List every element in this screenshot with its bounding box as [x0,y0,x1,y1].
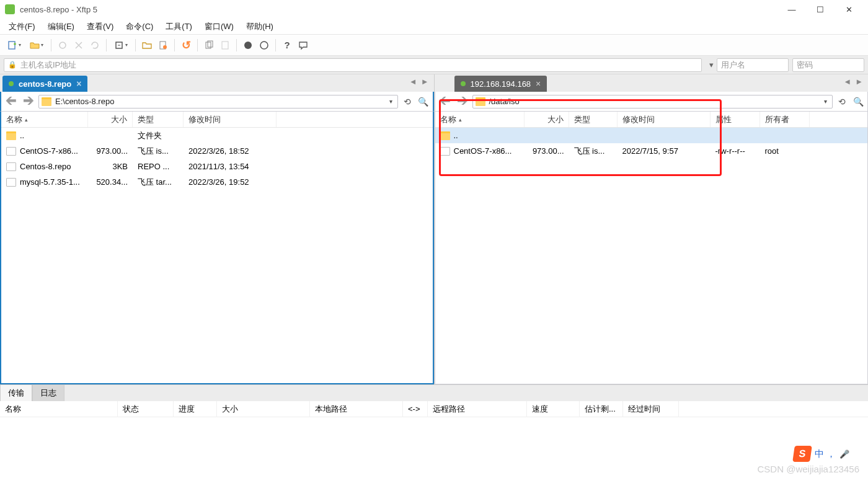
transfer-button[interactable] [110,38,131,53]
search-button[interactable]: 🔍 [417,95,430,108]
file-type: 飞压 is... [133,146,184,157]
username-input[interactable]: 用户名 [717,58,789,72]
new-folder-button[interactable] [140,38,154,53]
connect-button[interactable] [55,38,70,53]
maximize-button[interactable]: ☐ [806,0,835,19]
local-file-list[interactable]: 名称▴ 大小 类型 修改时间 ..文件夹CentOS-7-x86...973.0… [0,112,434,384]
path-dropdown-icon[interactable]: ▾ [822,98,830,105]
menu-file[interactable]: 文件(F) [2,19,42,34]
back-button[interactable]: 🡰 [4,94,19,109]
col-size[interactable]: 大小 [88,112,133,127]
tab-next-icon[interactable]: ► [855,77,863,86]
sync-view-button[interactable]: ⟲ [835,95,849,108]
menu-view[interactable]: 查看(V) [81,19,120,34]
local-path-input[interactable]: E:\centos-8.repo ▾ [38,95,398,108]
file-row[interactable]: CentOS-7-x86...973.00...飞压 is...2022/7/1… [435,143,868,159]
file-mtime: 2021/11/3, 13:54 [184,162,277,171]
back-button[interactable]: 🡰 [438,94,453,109]
menu-window[interactable]: 窗口(W) [198,19,240,34]
col-owner[interactable]: 所有者 [760,112,810,127]
file-row[interactable]: ..文件夹 [1,128,433,143]
path-dropdown-icon[interactable]: ▾ [387,98,395,105]
help-button[interactable]: ? [280,38,294,53]
sort-asc-icon: ▴ [25,117,28,123]
remote-tabbar: 192.168.194.168 × ◄► [435,74,869,92]
tab-close-icon[interactable]: × [76,79,81,89]
sync-button[interactable]: ↺ [179,38,193,53]
bcol-progress[interactable]: 进度 [174,401,217,417]
file-mtime: 2022/3/26, 19:52 [184,177,277,187]
file-row[interactable]: .. [435,128,868,143]
folder-icon [476,97,485,106]
close-button[interactable]: ✕ [835,0,863,19]
bottom-tabs: 传输 日志 [0,385,868,401]
local-tab[interactable]: centos-8.repo × [2,76,87,92]
tab-log[interactable]: 日志 [32,384,64,401]
transfer-list[interactable] [0,417,868,454]
local-column-header: 名称▴ 大小 类型 修改时间 [1,112,433,128]
bcol-localpath[interactable]: 本地路径 [310,401,403,417]
svg-point-9 [260,42,268,49]
file-row[interactable]: CentOS-7-x86...973.00...飞压 is...2022/3/2… [1,143,433,159]
col-name[interactable]: 名称▴ [435,112,525,127]
new-file-button[interactable] [156,38,170,53]
bcol-size[interactable]: 大小 [217,401,310,417]
lock-icon: 🔒 [8,61,17,69]
tab-close-icon[interactable]: × [536,79,541,89]
bcol-status[interactable]: 状态 [118,401,174,417]
reconnect-button[interactable] [87,38,102,53]
tab-next-icon[interactable]: ► [421,77,429,86]
bcol-remotepath[interactable]: 远程路径 [428,401,527,417]
tab-transfer[interactable]: 传输 [0,384,32,401]
col-mtime[interactable]: 修改时间 [618,112,711,127]
minimize-button[interactable]: — [777,0,806,19]
file-row[interactable]: mysql-5.7.35-1...520.34...飞压 tar...2022/… [1,174,433,190]
remote-button[interactable] [241,38,255,53]
remote-path-input[interactable]: /data/iso ▾ [472,95,833,108]
col-type[interactable]: 类型 [133,112,184,127]
bcol-eta[interactable]: 估计剩... [580,401,623,417]
tab-prev-icon[interactable]: ◄ [409,77,417,86]
menu-help[interactable]: 帮助(H) [240,19,280,34]
search-button[interactable]: 🔍 [851,95,865,108]
host-input[interactable]: 🔒 主机名或IP地址 [4,58,702,72]
feedback-button[interactable] [296,38,311,53]
folder-icon [42,97,51,106]
file-type: 飞压 tar... [133,177,184,188]
menu-tools[interactable]: 工具(T) [159,19,198,34]
col-mtime[interactable]: 修改时间 [184,112,277,127]
transfer-panel: 传输 日志 名称 状态 进度 大小 本地路径 <-> 远程路径 速度 估计剩..… [0,384,868,454]
col-attr[interactable]: 属性 [711,112,760,127]
toolbar: ↺ ? [0,35,868,56]
file-name: .. [20,131,24,140]
file-row[interactable]: Centos-8.repo3KBREPO ...2021/11/3, 13:54 [1,159,433,174]
col-size[interactable]: 大小 [525,112,569,127]
menu-command[interactable]: 命令(C) [120,19,159,34]
remote-tab[interactable]: 192.168.194.168 × [454,76,547,92]
col-name[interactable]: 名称▴ [1,112,88,127]
local-button[interactable] [257,38,272,53]
password-input[interactable]: 密码 [792,58,864,72]
bcol-direction[interactable]: <-> [403,401,428,417]
menu-edit[interactable]: 编辑(E) [42,19,81,34]
remote-file-list[interactable]: 名称▴ 大小 类型 修改时间 属性 所有者 ..CentOS-7-x86...9… [435,112,869,384]
bcol-name[interactable]: 名称 [0,401,118,417]
ime-indicator: S 中 ， 🎤 [794,446,849,462]
bcol-elapsed[interactable]: 经过时间 [623,401,679,417]
copy-button[interactable] [202,38,216,53]
file-name: CentOS-7-x86... [20,146,78,156]
paste-button[interactable] [218,38,232,53]
new-button[interactable] [4,38,25,53]
remote-path-text: /data/iso [489,97,818,106]
forward-button[interactable]: 🡲 [21,94,36,109]
tab-prev-icon[interactable]: ◄ [843,77,851,86]
open-button[interactable] [26,38,47,53]
remote-path-row: 🡰 🡲 /data/iso ▾ ⟲ 🔍 [435,92,869,112]
col-type[interactable]: 类型 [569,112,618,127]
sync-view-button[interactable]: ⟲ [401,95,414,108]
disconnect-button[interactable] [71,38,86,53]
watermark: CSDN @weijiajia123456 [758,464,859,474]
host-dropdown[interactable]: ▾ [706,60,717,69]
bcol-speed[interactable]: 速度 [527,401,580,417]
forward-button[interactable]: 🡲 [455,94,470,109]
